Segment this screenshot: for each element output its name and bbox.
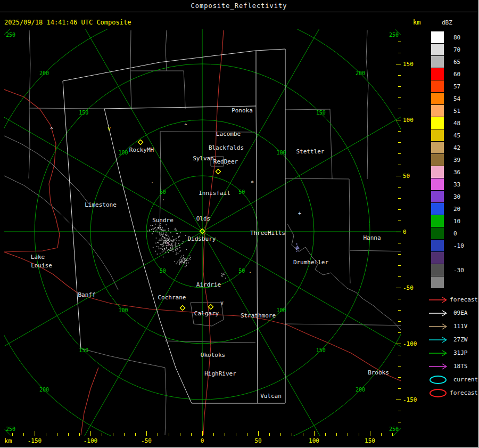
dbz-value-label: -30: [453, 267, 464, 274]
dbz-value-label: 45: [453, 132, 460, 139]
svg-text:200: 200: [356, 70, 365, 76]
dbz-color-swatch: [431, 129, 444, 142]
svg-text:50: 50: [160, 268, 166, 274]
city-label: RockyMH: [129, 146, 154, 153]
dbz-color-swatch: [431, 227, 444, 240]
dbz-value-label: 39: [453, 157, 460, 164]
dbz-scale-row: 54: [426, 93, 478, 105]
dbz-value-label: 54: [453, 95, 460, 102]
dbz-value-label: 65: [453, 59, 460, 66]
dbz-value-label: 51: [453, 108, 460, 115]
svg-text:^: ^: [50, 127, 53, 133]
svg-text:200: 200: [39, 387, 49, 393]
svg-text:250: 250: [389, 426, 399, 432]
track-label: 31JP: [453, 349, 468, 356]
city-label: Vulcan: [260, 393, 282, 400]
city-label: Innisfail: [199, 190, 230, 197]
city-label: Sundre: [152, 217, 174, 224]
track-legend-item: 27ZW: [428, 333, 478, 346]
svg-text:150: 150: [316, 110, 326, 116]
track-legend-item: 31JP: [428, 346, 478, 360]
dbz-scale-row: 39: [426, 154, 478, 166]
track-arrow-icon: [428, 308, 450, 319]
dbz-scale-row: 20: [426, 203, 478, 215]
city-label: Olds: [196, 215, 211, 222]
svg-text:-150: -150: [28, 437, 42, 444]
dbz-value-label: -10: [453, 242, 464, 249]
dbz-scale-row: 51: [426, 105, 478, 117]
track-arrow-icon: [428, 295, 447, 305]
svg-text:150: 150: [79, 110, 88, 116]
dbz-value-label: 57: [453, 83, 460, 90]
city-label: HighRiver: [204, 370, 236, 377]
dbz-value-label: 0: [453, 230, 457, 237]
dbz-color-swatch: [431, 191, 444, 203]
city-label: Airdrie: [196, 281, 221, 288]
svg-text:0: 0: [403, 229, 407, 235]
dbz-value-label: 48: [453, 120, 460, 127]
dbz-color-swatch: [431, 166, 444, 178]
dbz-scale-row: 36: [426, 166, 478, 178]
dbz-color-swatch: [431, 31, 444, 44]
svg-text:.: .: [249, 268, 252, 274]
svg-text:150: 150: [365, 437, 375, 444]
track-label: forecast: [450, 296, 478, 303]
dbz-color-swatch: [431, 56, 444, 68]
city-label: RedDeer: [213, 158, 238, 165]
svg-text:v: v: [220, 300, 224, 306]
svg-text:+: +: [298, 210, 301, 216]
dbz-scale-row: -10: [426, 240, 478, 252]
dbz-scale-row: 30: [426, 191, 478, 203]
dbz-value-label: 20: [453, 206, 460, 213]
track-legend-item: 09EA: [428, 306, 478, 320]
svg-text:.: .: [162, 196, 165, 201]
dbz-value-label: 42: [453, 144, 460, 151]
dbz-color-swatch: [431, 215, 444, 227]
svg-text:100: 100: [403, 117, 414, 124]
city-label: ThreeHills: [250, 230, 285, 237]
radar-map-canvas[interactable]: 5050505010010010010015015015015020020020…: [0, 0, 479, 448]
svg-text:100: 100: [276, 150, 286, 156]
dbz-scale-row: 65: [426, 56, 478, 68]
dbz-scale-row: [426, 276, 478, 289]
dbz-color-swatch: [431, 203, 444, 215]
svg-text:-50: -50: [141, 437, 152, 444]
dbz-color-swatch: [431, 117, 444, 129]
dbz-scale-row: 60: [426, 68, 478, 80]
track-legend-item: forecast: [428, 293, 478, 306]
dbz-color-swatch: [431, 154, 444, 166]
track-arrow-icon: [428, 361, 450, 372]
svg-text:250: 250: [6, 426, 15, 432]
svg-text:^: ^: [184, 123, 187, 129]
city-label: Limestone: [85, 201, 117, 208]
svg-text:200: 200: [356, 387, 365, 393]
city-label: Cochrane: [158, 294, 186, 301]
dbz-color-swatch: [431, 142, 444, 154]
city-label: Didsbury: [188, 235, 216, 242]
dbz-value-label: 60: [453, 71, 460, 78]
dbz-value-label: 80: [453, 34, 460, 41]
city-label: Stettler: [296, 148, 325, 155]
dbz-scale-row: 0: [426, 227, 478, 240]
dbz-color-swatch: [431, 44, 444, 56]
dbz-value-label: 30: [453, 193, 460, 200]
storm-track-legend: forecast09EA111V27ZW31JP18TScurrentforec…: [426, 293, 478, 400]
track-label: 18TS: [453, 363, 468, 370]
city-label: Sylvan: [193, 155, 214, 162]
city-label: Blackfalds: [209, 144, 244, 151]
svg-text:50: 50: [254, 437, 261, 444]
radar-domain-outline: [63, 49, 285, 403]
track-legend-item: 111V: [428, 320, 478, 333]
dbz-color-swatch: [431, 178, 444, 191]
dbz-color-swatch: [431, 240, 444, 252]
svg-text:50: 50: [238, 268, 245, 274]
svg-text:100: 100: [118, 307, 128, 313]
track-label: 111V: [453, 323, 468, 330]
svg-text:250: 250: [6, 32, 15, 38]
city-label: Ponoka: [232, 107, 253, 114]
dbz-scale-row: 48: [426, 117, 478, 129]
dbz-value-label: 36: [453, 169, 460, 176]
city-labels: PonokaLacombeBlackfaldsSylvanRedDeerStet…: [31, 107, 389, 400]
svg-text:100: 100: [276, 307, 286, 313]
svg-text:50: 50: [238, 189, 245, 195]
